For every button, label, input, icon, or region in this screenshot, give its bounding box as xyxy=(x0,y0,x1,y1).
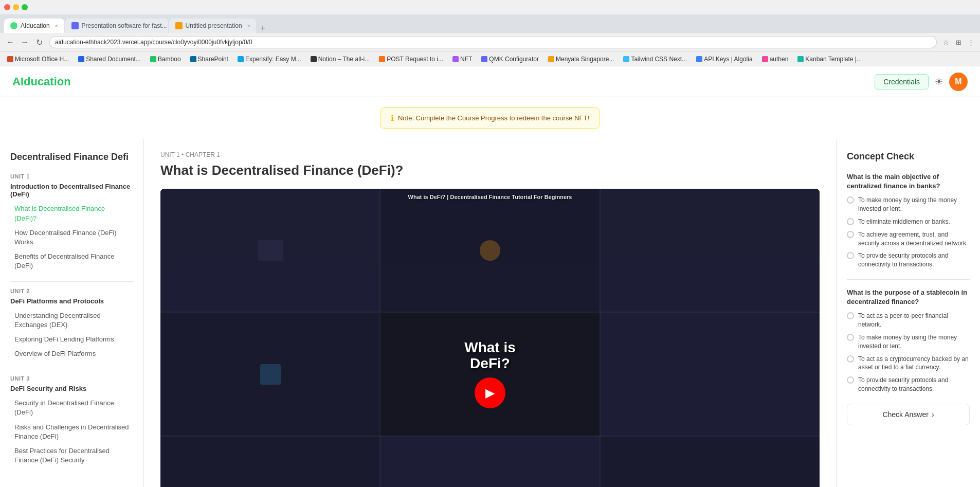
tab-close-aieducation[interactable]: × xyxy=(55,23,58,29)
sidebar-title: Decentralised Finance Defi xyxy=(10,151,133,163)
credentials-button[interactable]: Credentials xyxy=(875,74,929,89)
bookmark-favicon-expensify xyxy=(238,56,244,62)
video-cell-2 xyxy=(380,189,600,312)
bookmark-favicon-menyala xyxy=(548,56,554,62)
q2-option-1[interactable]: To act as a peer-to-peer financial netwo… xyxy=(847,312,970,329)
q2-option-3[interactable]: To act as a cryptocurrency backed by an … xyxy=(847,355,970,372)
bookmark-authen[interactable]: authen xyxy=(759,55,792,64)
bookmark-label-algolia: API Keys | Algolia xyxy=(704,56,753,63)
question-1-options: To make money by using the money investe… xyxy=(847,196,970,269)
sidebar-item-understanding-dex[interactable]: Understanding Decentralised Exchanges (D… xyxy=(10,309,133,332)
theme-toggle-button[interactable]: ☀ xyxy=(935,76,943,87)
concept-check-panel: Concept Check What is the main objective… xyxy=(836,139,980,487)
check-answer-label: Check Answer xyxy=(882,410,928,419)
question-1-block: What is the main objective of centralize… xyxy=(847,172,970,269)
tab-untitled[interactable]: Untitled presentation × xyxy=(169,19,257,33)
bookmark-label-microsoft: Microsoft Office H... xyxy=(15,56,69,63)
bookmark-favicon-qmk xyxy=(481,56,487,62)
bookmark-sharepoint[interactable]: SharePoint xyxy=(187,55,231,64)
q1-option-2[interactable]: To eliminate middlemen or banks. xyxy=(847,218,970,226)
q2-option-2[interactable]: To make money by using the money investe… xyxy=(847,333,970,351)
info-icon: ℹ xyxy=(391,113,394,123)
tab-favicon-presentation xyxy=(71,22,79,29)
q1-option-3[interactable]: To achieve agreement, trust, and securit… xyxy=(847,230,970,248)
reload-button[interactable]: ↻ xyxy=(33,36,45,48)
bookmark-icon[interactable]: ☆ xyxy=(941,37,951,47)
q1-radio-2[interactable] xyxy=(847,218,854,225)
q1-option-4-label: To provide security protocols and connec… xyxy=(858,251,970,269)
forward-button[interactable]: → xyxy=(19,36,31,48)
unit-3-items: Security in Decentralised Finance (DeFi)… xyxy=(10,396,133,467)
bookmark-menyala[interactable]: Menyala Singapore... xyxy=(545,55,617,64)
bookmark-label-expensify: Expensify: Easy M... xyxy=(245,56,301,63)
bookmark-microsoft[interactable]: Microsoft Office H... xyxy=(4,55,72,64)
sidebar-item-overview-platforms[interactable]: Overview of DeFi Platforms xyxy=(10,347,133,360)
video-grid xyxy=(160,189,820,487)
sidebar-item-exploring-lending[interactable]: Exploring DeFi Lending Platforms xyxy=(10,333,133,346)
q2-radio-4[interactable] xyxy=(847,376,854,384)
back-button[interactable]: ← xyxy=(4,36,16,48)
bookmark-favicon-notion xyxy=(311,56,317,62)
bookmark-tailwind[interactable]: Tailwind CSS Next... xyxy=(620,55,690,64)
sidebar-item-what-is-defi[interactable]: What is Decentralised Finance (DeFi)? xyxy=(10,202,133,225)
tab-presentation[interactable]: Presentation software for fast... × xyxy=(65,19,168,33)
question-2-options: To act as a peer-to-peer financial netwo… xyxy=(847,312,970,393)
bookmark-kanban[interactable]: Kanban Template |... xyxy=(794,55,865,64)
sidebar-item-best-practices[interactable]: Best Practices for Decentralised Finance… xyxy=(10,444,133,467)
url-bar[interactable]: aiducation-ethhack2023.vercel.app/course… xyxy=(49,36,937,48)
q2-option-1-label: To act as a peer-to-peer financial netwo… xyxy=(858,312,970,329)
check-answer-arrow-icon: › xyxy=(932,410,934,419)
bookmark-post[interactable]: POST Request to i... xyxy=(376,55,446,64)
q1-option-1[interactable]: To make money by using the money investe… xyxy=(847,196,970,213)
user-avatar[interactable]: M xyxy=(949,73,968,91)
tab-label-presentation: Presentation software for fast... xyxy=(82,22,167,29)
q1-radio-4[interactable] xyxy=(847,252,854,259)
title-bar xyxy=(0,0,980,14)
tab-aieducation[interactable]: AIducation × xyxy=(4,19,64,33)
q1-option-4[interactable]: To provide security protocols and connec… xyxy=(847,251,970,269)
question-2-text: What is the purpose of a stablecoin in d… xyxy=(847,288,970,306)
bookmark-label-qmk: QMK Configurator xyxy=(489,56,539,63)
close-button-traffic[interactable] xyxy=(4,4,10,10)
unit-3-label: UNIT 3 xyxy=(10,375,133,382)
bookmark-expensify[interactable]: Expensify: Easy M... xyxy=(234,55,304,64)
menu-icon[interactable]: ⋮ xyxy=(966,37,976,47)
nav-buttons: ← → ↻ xyxy=(4,36,45,48)
bookmark-bamboo[interactable]: Bamboo xyxy=(147,55,184,64)
chapter-label: UNIT 1 • CHAPTER 1 xyxy=(160,151,820,158)
tab-close-untitled[interactable]: × xyxy=(247,23,250,29)
bookmark-label-post: POST Request to i... xyxy=(387,56,443,63)
sidebar-item-benefits-defi[interactable]: Benefits of Decentralised Finance (DeFi) xyxy=(10,250,133,273)
video-container[interactable]: What isDeFi? ▶ What is DeFi? | Decentral… xyxy=(160,189,820,487)
minimize-button-traffic[interactable] xyxy=(13,4,19,10)
video-cell-1 xyxy=(160,189,380,312)
tab-label-aieducation: AIducation xyxy=(21,22,50,29)
question-2-block: What is the purpose of a stablecoin in d… xyxy=(847,288,970,393)
sidebar-unit-3: UNIT 3 DeFi Security and Risks Security … xyxy=(10,375,133,467)
bookmark-shared[interactable]: Shared Document... xyxy=(75,55,144,64)
video-title-overlay: What is DeFi? | Decentralised Finance Tu… xyxy=(408,194,572,200)
question-1-text: What is the main objective of centralize… xyxy=(847,172,970,191)
q2-radio-3[interactable] xyxy=(847,355,854,363)
q1-radio-3[interactable] xyxy=(847,231,854,238)
bookmark-qmk[interactable]: QMK Configurator xyxy=(478,55,542,64)
q2-radio-1[interactable] xyxy=(847,312,854,319)
bookmark-nft[interactable]: NFT xyxy=(449,55,475,64)
video-play-button[interactable]: ▶ xyxy=(475,377,505,408)
sidebar: Decentralised Finance Defi UNIT 1 Introd… xyxy=(0,139,144,487)
extensions-icon[interactable]: ⊞ xyxy=(953,37,964,47)
bookmark-notion[interactable]: Notion – The all-i... xyxy=(307,55,373,64)
q1-radio-1[interactable] xyxy=(847,196,854,204)
bookmark-favicon-shared xyxy=(78,56,84,62)
bookmark-algolia[interactable]: API Keys | Algolia xyxy=(693,55,756,64)
check-answer-button[interactable]: Check Answer › xyxy=(847,404,970,425)
q2-option-4[interactable]: To provide security protocols and connec… xyxy=(847,376,970,393)
sidebar-item-risks-challenges[interactable]: Risks and Challenges in Decentralised Fi… xyxy=(10,421,133,443)
new-tab-button[interactable]: + xyxy=(257,24,268,33)
maximize-button-traffic[interactable] xyxy=(22,4,28,10)
sidebar-item-security[interactable]: Security in Decentralised Finance (DeFi) xyxy=(10,396,133,419)
video-center-content: What isDeFi? ▶ xyxy=(464,340,516,409)
sidebar-item-how-defi-works[interactable]: How Decentralised Finance (DeFi) Works xyxy=(10,226,133,249)
q2-radio-2[interactable] xyxy=(847,334,854,341)
q2-option-2-label: To make money by using the money investe… xyxy=(858,333,970,351)
